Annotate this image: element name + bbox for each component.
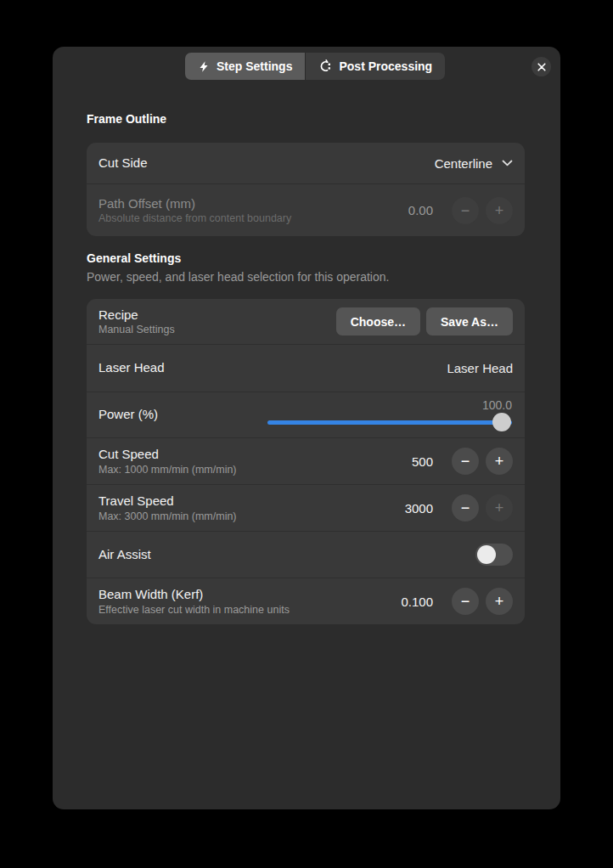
- cut-side-row[interactable]: Cut Side Centerline: [87, 143, 525, 183]
- cut-speed-value[interactable]: 500: [412, 454, 433, 469]
- step-settings-dialog: Step Settings Post Processing Frame Outl…: [53, 47, 560, 809]
- lightning-bolt-icon: [198, 60, 210, 73]
- cut-side-value: Centerline: [435, 156, 492, 171]
- beam-width-subtitle: Effective laser cut width in machine uni…: [98, 604, 290, 616]
- general-settings-card: Recipe Manual Settings Choose… Save As… …: [87, 299, 525, 624]
- power-slider-track[interactable]: [267, 420, 512, 425]
- tab-bar: Step Settings Post Processing: [185, 53, 445, 80]
- close-button[interactable]: [531, 57, 551, 76]
- recipe-subtitle: Manual Settings: [98, 324, 175, 335]
- beam-width-plus-button[interactable]: +: [486, 588, 513, 615]
- air-assist-toggle-knob[interactable]: [477, 545, 496, 564]
- path-offset-value[interactable]: 0.00: [408, 203, 433, 217]
- general-settings-subtitle: Power, speed, and laser head selection f…: [87, 270, 389, 284]
- section-title-general-settings: General Settings: [87, 251, 181, 265]
- beam-width-value[interactable]: 0.100: [401, 595, 433, 609]
- travel-speed-minus-button[interactable]: −: [452, 494, 479, 521]
- tab-label: Step Settings: [217, 59, 292, 73]
- power-slider[interactable]: 100.0: [267, 392, 513, 437]
- air-assist-row: Air Assist: [87, 531, 525, 578]
- cut-speed-label: Cut Speed: [98, 447, 237, 463]
- cut-speed-minus-button[interactable]: −: [452, 448, 479, 475]
- cut-speed-plus-button[interactable]: +: [486, 448, 513, 475]
- chevron-down-icon: [502, 160, 513, 166]
- cut-speed-row: Cut Speed Max: 1000 mm/min (mm/min) 500 …: [87, 437, 525, 484]
- save-as-recipe-button[interactable]: Save As…: [426, 307, 513, 335]
- frame-outline-card: Cut Side Centerline Path Offset (mm) Abs…: [87, 143, 525, 236]
- cut-speed-subtitle: Max: 1000 mm/min (mm/min): [98, 464, 237, 476]
- recipe-row: Recipe Manual Settings Choose… Save As…: [87, 299, 525, 344]
- laser-head-label: Laser Head: [98, 360, 165, 376]
- laser-head-row[interactable]: Laser Head Laser Head: [87, 344, 525, 392]
- path-offset-subtitle: Absolute distance from content boundary: [98, 212, 291, 224]
- path-offset-minus-button[interactable]: −: [452, 197, 479, 224]
- cut-side-dropdown[interactable]: Centerline: [435, 156, 513, 171]
- beam-width-row: Beam Width (Kerf) Effective laser cut wi…: [87, 578, 525, 624]
- travel-speed-subtitle: Max: 3000 mm/min (mm/min): [98, 510, 237, 522]
- air-assist-label: Air Assist: [98, 547, 151, 563]
- recipe-label: Recipe: [98, 307, 175, 324]
- section-title-frame-outline: Frame Outline: [87, 112, 166, 126]
- choose-recipe-button[interactable]: Choose…: [336, 307, 420, 335]
- power-value: 100.0: [482, 398, 512, 412]
- laser-head-value: Laser Head: [447, 361, 513, 375]
- travel-speed-row: Travel Speed Max: 3000 mm/min (mm/min) 3…: [87, 484, 525, 531]
- tab-step-settings[interactable]: Step Settings: [185, 53, 305, 80]
- process-arrows-icon: [318, 59, 332, 73]
- travel-speed-label: Travel Speed: [98, 493, 237, 510]
- path-offset-plus-button[interactable]: +: [486, 197, 513, 224]
- path-offset-row: Path Offset (mm) Absolute distance from …: [87, 183, 525, 236]
- close-icon: [537, 63, 546, 71]
- power-slider-handle[interactable]: [492, 413, 511, 431]
- beam-width-minus-button[interactable]: −: [452, 588, 479, 615]
- power-label: Power (%): [98, 407, 158, 423]
- air-assist-toggle[interactable]: [475, 544, 513, 566]
- travel-speed-value[interactable]: 3000: [405, 501, 433, 516]
- path-offset-label: Path Offset (mm): [98, 196, 291, 212]
- power-row: Power (%) 100.0: [87, 392, 525, 437]
- beam-width-label: Beam Width (Kerf): [98, 587, 290, 603]
- travel-speed-plus-button[interactable]: +: [486, 494, 513, 521]
- tab-post-processing[interactable]: Post Processing: [305, 53, 445, 80]
- cut-side-label: Cut Side: [98, 155, 148, 172]
- tab-label: Post Processing: [339, 59, 432, 73]
